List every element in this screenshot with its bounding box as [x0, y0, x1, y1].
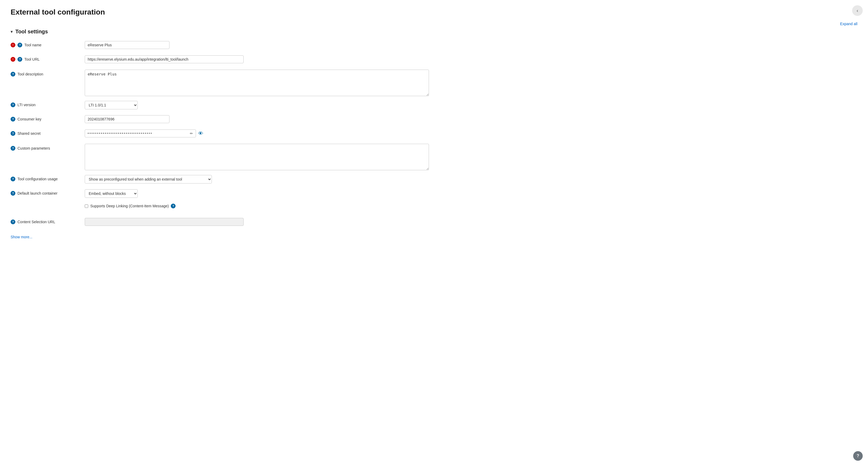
- consumer-key-input[interactable]: [85, 115, 169, 123]
- default-launch-container-select[interactable]: Embed, without blocks Embed Existing win…: [85, 189, 138, 198]
- tool-name-row: ! ? Tool name: [10, 41, 858, 51]
- tool-config-usage-label: ? Tool configuration usage: [10, 175, 85, 181]
- tool-url-label: ! ? Tool URL: [10, 55, 85, 62]
- page-title: External tool configuration: [10, 8, 858, 17]
- consumer-key-row: ? Consumer key: [10, 115, 858, 125]
- tool-config-usage-controls: Show as preconfigured tool when adding a…: [85, 175, 858, 184]
- shared-secret-field: •••••••••••••••••••••••••••••••••• ✏: [85, 129, 196, 137]
- tool-config-usage-help-icon[interactable]: ?: [10, 177, 16, 181]
- shared-secret-row: ? Shared secret ••••••••••••••••••••••••…: [10, 129, 858, 139]
- content-selection-url-label: ? Content Selection URL: [10, 218, 85, 224]
- default-launch-container-label: ? Default launch container: [10, 189, 85, 196]
- custom-parameters-row: ? Custom parameters: [10, 144, 858, 170]
- section-chevron-icon[interactable]: ▾: [10, 29, 13, 34]
- tool-description-textarea[interactable]: eReserve Plus: [85, 70, 429, 96]
- deep-linking-controls: Supports Deep Linking (Content-Item Mess…: [85, 204, 858, 208]
- custom-parameters-help-icon[interactable]: ?: [10, 146, 16, 151]
- custom-parameters-controls: [85, 144, 858, 170]
- show-more-link[interactable]: Show more...: [10, 235, 32, 239]
- consumer-key-help-icon[interactable]: ?: [10, 117, 16, 122]
- deep-linking-row: Supports Deep Linking (Content-Item Mess…: [10, 204, 858, 213]
- custom-parameters-textarea[interactable]: [85, 144, 429, 170]
- content-selection-url-help-icon[interactable]: ?: [10, 219, 16, 224]
- tool-name-controls: [85, 41, 858, 49]
- tool-name-label: ! ? Tool name: [10, 41, 85, 48]
- shared-secret-label: ? Shared secret: [10, 129, 85, 136]
- section-title: Tool settings: [16, 29, 48, 35]
- default-launch-container-row: ? Default launch container Embed, withou…: [10, 189, 858, 199]
- content-selection-url-controls: [85, 218, 858, 226]
- tool-url-row: ! ? Tool URL: [10, 55, 858, 65]
- tool-description-help-icon[interactable]: ?: [10, 72, 16, 76]
- tool-config-usage-row: ? Tool configuration usage Show as preco…: [10, 175, 858, 185]
- deep-linking-help-icon[interactable]: ?: [171, 204, 176, 208]
- back-button[interactable]: ‹: [852, 5, 863, 16]
- edit-secret-icon[interactable]: ✏: [190, 131, 193, 135]
- content-selection-url-row: ? Content Selection URL: [10, 218, 858, 227]
- consumer-key-controls: [85, 115, 858, 123]
- content-selection-url-input[interactable]: [85, 218, 244, 226]
- shared-secret-controls: •••••••••••••••••••••••••••••••••• ✏ 👁: [85, 129, 858, 137]
- shared-secret-help-icon[interactable]: ?: [10, 131, 16, 136]
- tool-name-help-icon[interactable]: ?: [18, 43, 22, 48]
- deep-linking-label: Supports Deep Linking (Content-Item Mess…: [90, 204, 169, 208]
- tool-description-controls: eReserve Plus: [85, 70, 858, 96]
- tool-description-label: ? Tool description: [10, 70, 85, 76]
- reveal-secret-icon[interactable]: 👁: [198, 130, 204, 136]
- lti-version-select[interactable]: LTI 1.0/1.1 LTI 1.3: [85, 101, 138, 110]
- tool-name-required-icon: !: [10, 43, 16, 48]
- lti-version-controls: LTI 1.0/1.1 LTI 1.3: [85, 101, 858, 110]
- tool-name-input[interactable]: [85, 41, 169, 49]
- tool-url-input[interactable]: [85, 55, 244, 63]
- tool-url-controls: [85, 55, 858, 63]
- tool-config-usage-select[interactable]: Show as preconfigured tool when adding a…: [85, 175, 212, 184]
- consumer-key-label: ? Consumer key: [10, 115, 85, 122]
- tool-url-required-icon: !: [10, 57, 16, 62]
- expand-all-link[interactable]: Expand all: [840, 22, 858, 26]
- default-launch-container-help-icon[interactable]: ?: [10, 191, 16, 196]
- tool-description-row: ? Tool description eReserve Plus: [10, 70, 858, 96]
- shared-secret-dots: ••••••••••••••••••••••••••••••••••: [88, 132, 188, 135]
- lti-version-label: ? LTI version: [10, 101, 85, 107]
- deep-linking-checkbox[interactable]: [85, 205, 88, 208]
- tool-url-help-icon[interactable]: ?: [18, 57, 22, 62]
- default-launch-container-controls: Embed, without blocks Embed Existing win…: [85, 189, 858, 198]
- lti-version-row: ? LTI version LTI 1.0/1.1 LTI 1.3: [10, 101, 858, 111]
- custom-parameters-label: ? Custom parameters: [10, 144, 85, 151]
- lti-version-help-icon[interactable]: ?: [10, 102, 16, 107]
